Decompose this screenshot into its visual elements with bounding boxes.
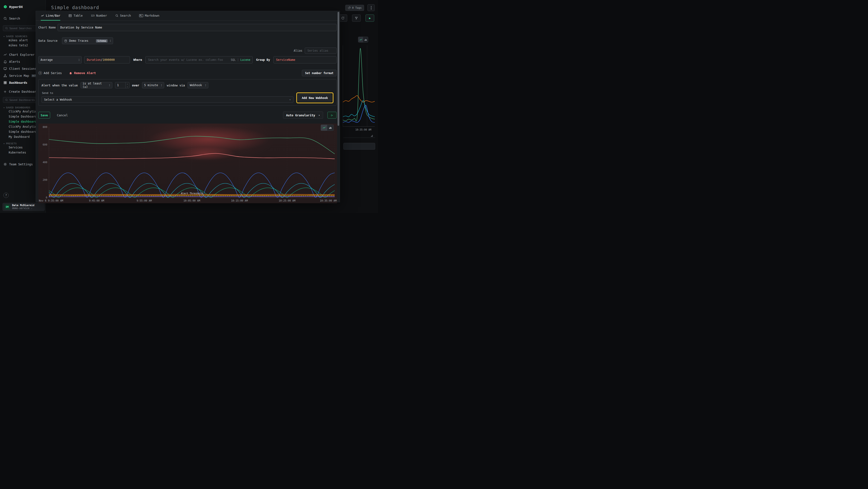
line-chart-icon: [41, 14, 44, 18]
chart-name-label: Chart Name: [38, 26, 58, 29]
data-source-select[interactable]: Demo Traces Schema ▴▾: [62, 37, 113, 44]
more-options-button[interactable]: [368, 4, 375, 11]
lucene-toggle[interactable]: Lucene: [240, 58, 250, 62]
plus-circle-icon: +: [38, 71, 42, 75]
bar-chart-icon: [329, 126, 332, 130]
svg-text:9:45:00 AM: 9:45:00 AM: [89, 199, 104, 202]
resize-handle-icon[interactable]: [371, 135, 373, 137]
svg-text:200: 200: [43, 178, 47, 181]
select-caret-icon: ▴▾: [161, 84, 162, 87]
play-icon: ▶: [369, 17, 371, 20]
tab-search[interactable]: Search: [115, 11, 131, 21]
set-number-format-button[interactable]: Set number format: [302, 70, 337, 76]
line-chart-toggle[interactable]: [358, 37, 363, 42]
number-123-icon: 123: [91, 15, 94, 17]
svg-text:10:25:00 AM: 10:25:00 AM: [279, 199, 296, 202]
background-chart-timestamp: 10:35:00 AM: [355, 128, 371, 131]
series-alias-input[interactable]: [305, 48, 337, 54]
chart-editor-modal: Line/Bar Table 123 Number Search M↓ Mark…: [36, 11, 340, 202]
aggregation-field-input[interactable]: Duration/1000000: [84, 56, 130, 63]
query-language-toggle: SQL | Lucene: [231, 58, 250, 62]
search-icon: [115, 14, 118, 17]
webhook-select[interactable]: Select a Webhook ▾: [41, 96, 293, 103]
alias-label: Alias: [294, 49, 302, 52]
bell-icon: [69, 71, 72, 75]
background-chart-type-toggle: [358, 37, 368, 42]
aggregation-select[interactable]: Average ▴▾: [38, 56, 82, 63]
add-series-button[interactable]: + Add Series: [38, 71, 62, 75]
where-search-wrap: SQL | Lucene: [145, 56, 253, 63]
line-chart-icon: [322, 126, 326, 130]
select-caret-icon: ▴▾: [110, 39, 111, 42]
alert-window-select[interactable]: 5 minute ▴▾: [142, 82, 164, 88]
group-by-input[interactable]: [273, 56, 337, 63]
duration-line-chart: 0200400600800Alert ThresholdNov 6 9:35:0…: [38, 123, 337, 203]
line-chart-toggle[interactable]: [321, 125, 327, 131]
sql-toggle[interactable]: SQL: [231, 58, 236, 62]
background-chart: [342, 44, 375, 127]
chevron-down-icon: ▾: [3, 35, 5, 38]
granularity-select[interactable]: Auto Granularity ▾: [283, 112, 323, 119]
alert-threshold-value[interactable]: [115, 82, 124, 88]
select-caret-icon: ▴▾: [109, 84, 110, 87]
alert-condition-select[interactable]: is at least (≥) ▴▾: [81, 82, 112, 88]
svg-text:800: 800: [43, 125, 47, 128]
filter-icon: [355, 17, 358, 20]
schema-badge: Schema: [96, 39, 107, 42]
brand-name: HyperDX: [9, 5, 23, 9]
saved-searches-input[interactable]: [9, 27, 36, 30]
line-chart-icon: [359, 38, 362, 41]
search-icon: [5, 98, 8, 102]
add-new-webhook-button[interactable]: Add New Webhook: [299, 94, 331, 102]
tab-line-bar[interactable]: Line/Bar: [41, 11, 60, 21]
where-label: Where: [133, 58, 142, 62]
tab-markdown[interactable]: M↓ Markdown: [139, 11, 159, 21]
chart-name-input[interactable]: [58, 24, 337, 31]
select-caret-icon: ▴▾: [205, 84, 206, 87]
tab-number[interactable]: 123 Number: [91, 11, 107, 21]
avatar: DM: [4, 204, 10, 210]
brand-row[interactable]: HyperDX: [0, 0, 45, 9]
alert-threshold-input: ▴ ▾: [115, 82, 129, 88]
over-text: over: [132, 84, 140, 87]
stepper-down-icon[interactable]: ▾: [126, 85, 129, 88]
app-root: HyperDX Search ▾ SAVED SEARCHES mikes al…: [0, 0, 378, 213]
help-button[interactable]: ?: [3, 193, 9, 198]
bar-chart-toggle[interactable]: [327, 125, 334, 131]
tags-button[interactable]: 0 Tags: [345, 5, 364, 11]
refresh-icon: [341, 17, 345, 20]
svg-text:0: 0: [46, 196, 47, 199]
plus-icon: [3, 90, 7, 93]
user-name: Dale McDiarmid: [12, 204, 34, 207]
alert-channel-select[interactable]: Webhook ▴▾: [188, 82, 208, 88]
page-title: Simple dashboard: [51, 5, 99, 10]
highlight-box: Add New Webhook: [296, 92, 334, 103]
service-map-icon: [3, 74, 7, 78]
remove-alert-button[interactable]: Remove Alert: [69, 71, 96, 75]
background-input-bar[interactable]: [343, 143, 375, 150]
data-source-label: Data Source: [38, 39, 62, 42]
tab-table[interactable]: Table: [68, 11, 83, 21]
svg-text:9:55:00 AM: 9:55:00 AM: [136, 199, 152, 202]
svg-text:10:15:00 AM: 10:15:00 AM: [231, 199, 248, 202]
monitor-icon: [3, 67, 7, 70]
cancel-button[interactable]: Cancel: [57, 113, 68, 117]
line-chart-icon: [3, 53, 7, 56]
database-icon: [64, 39, 67, 42]
modal-run-button[interactable]: ▷: [328, 112, 337, 118]
scrollbar-thumb[interactable]: [338, 12, 339, 126]
markdown-icon: M↓: [139, 14, 143, 17]
svg-text:Nov 6 9:35:00 AM: Nov 6 9:35:00 AM: [39, 199, 63, 202]
table-icon: [68, 14, 72, 18]
saved-dashboards-input[interactable]: [9, 98, 36, 102]
alert-config-panel: Alert when the value is at least (≥) ▴▾ …: [38, 79, 337, 106]
bell-icon: [3, 60, 7, 63]
bar-chart-toggle[interactable]: [363, 37, 368, 42]
run-query-button[interactable]: ▶: [366, 15, 374, 22]
chart-area: 0200400600800Alert ThresholdNov 6 9:35:0…: [38, 123, 337, 204]
number-stepper: ▴ ▾: [125, 82, 129, 88]
stepper-up-icon[interactable]: ▴: [126, 82, 129, 85]
group-by-label: Group By: [256, 58, 270, 62]
filter-button[interactable]: [352, 15, 361, 22]
save-button[interactable]: Save: [38, 112, 50, 118]
